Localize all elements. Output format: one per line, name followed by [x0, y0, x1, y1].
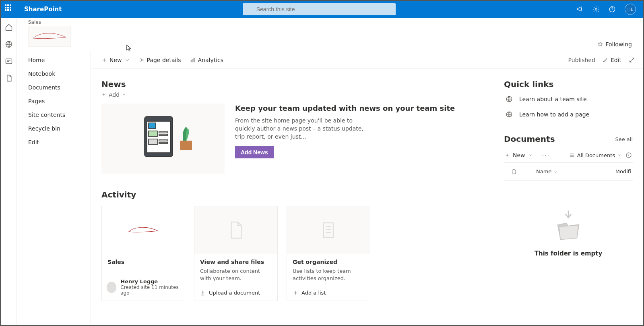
main-area: New Page details Analytics Published [91, 51, 643, 325]
file-icon [511, 169, 517, 174]
expand-icon[interactable] [629, 57, 635, 63]
search-input[interactable] [243, 3, 396, 15]
svg-rect-23 [159, 140, 168, 141]
analytics-label: Analytics [198, 57, 224, 63]
upload-icon [200, 290, 206, 296]
breadcrumb[interactable]: Sales [28, 19, 643, 25]
chevron-down-icon [617, 153, 621, 157]
globe-icon [506, 96, 513, 103]
brand-label[interactable]: SharePoint [24, 6, 62, 13]
quicklink-learn-add-page[interactable]: Learn how to add a page [504, 109, 633, 120]
megaphone-icon[interactable] [576, 6, 584, 13]
col-name[interactable]: Name [536, 168, 557, 174]
svg-rect-12 [192, 59, 193, 62]
nav-edit[interactable]: Edit [28, 139, 91, 145]
help-icon[interactable] [609, 6, 616, 13]
nav-recycle-bin[interactable]: Recycle bin [28, 125, 91, 132]
site-nav: Home Notebook Documents Pages Site conte… [17, 51, 91, 325]
app-launcher-icon[interactable] [5, 4, 14, 14]
svg-rect-22 [149, 139, 157, 145]
activity-card-view-share[interactable]: View and share files Collaborate on cont… [194, 206, 278, 301]
svg-rect-26 [324, 223, 333, 237]
documents-heading: Documents [504, 134, 555, 144]
svg-rect-19 [149, 131, 157, 137]
svg-rect-21 [159, 134, 168, 135]
svg-point-10 [141, 59, 142, 61]
activity-card-sales[interactable]: Sales Henry Legge Created site 11 minute… [101, 206, 185, 301]
svg-rect-11 [191, 60, 192, 62]
card-title: Sales [107, 259, 179, 265]
quick-links-heading: Quick links [504, 79, 633, 89]
upload-document-link[interactable]: Upload a document [194, 286, 277, 301]
add-news-button[interactable]: Add News [235, 146, 274, 158]
user-avatar-icon [107, 282, 116, 293]
command-bar: New Page details Analytics Published [91, 51, 643, 69]
col-name-label: Name [536, 168, 551, 174]
file-icon[interactable] [5, 74, 13, 82]
following-label[interactable]: Following [605, 41, 632, 48]
docs-column-headers: Name Modifi [504, 163, 633, 181]
search-wrap [62, 3, 576, 15]
docs-new-label: New [513, 152, 525, 158]
user-avatar[interactable]: HL [625, 4, 636, 15]
card-user-name: Henry Legge [120, 278, 180, 284]
nav-notebook[interactable]: Notebook [28, 71, 91, 77]
card-desc: Use lists to keep team activities organi… [293, 268, 364, 282]
published-label: Published [568, 57, 595, 63]
card-preview [102, 206, 185, 254]
nav-documents[interactable]: Documents [28, 84, 91, 91]
quicklink-label: Learn about a team site [519, 96, 587, 102]
page-details-button[interactable]: Page details [139, 57, 181, 63]
card-title: Get organized [293, 259, 364, 265]
analytics-button[interactable]: Analytics [190, 57, 224, 63]
docs-view-label: All Documents [577, 152, 615, 158]
nav-pages[interactable]: Pages [28, 98, 91, 104]
home-icon[interactable] [5, 23, 13, 31]
info-icon[interactable] [625, 152, 632, 158]
svg-point-2 [595, 8, 597, 10]
news-title: Keep your team updated with news on your… [235, 104, 455, 113]
activity-card-get-organized[interactable]: Get organized Use lists to keep team act… [287, 206, 370, 301]
nav-home[interactable]: Home [28, 57, 91, 63]
news-add-button[interactable]: Add [101, 91, 476, 98]
empty-folder-text: This folder is empty [535, 250, 603, 257]
svg-rect-24 [159, 142, 168, 143]
card-action-label: Upload a document [209, 290, 260, 296]
plus-icon [293, 290, 298, 296]
chevron-down-icon [122, 93, 126, 97]
star-icon [597, 42, 603, 47]
gear-icon [139, 57, 144, 63]
quicklink-learn-team-site[interactable]: Learn about a team site [504, 94, 633, 104]
card-title: View and share files [200, 259, 272, 265]
news-placeholder-image [101, 104, 225, 174]
add-list-link[interactable]: Add a list [287, 286, 370, 301]
docs-more-button[interactable]: ··· [542, 152, 550, 158]
docs-view-switcher[interactable]: All Documents [569, 152, 621, 158]
app-rail [1, 18, 17, 325]
empty-folder-state: This folder is empty [504, 181, 633, 265]
settings-icon[interactable] [592, 6, 600, 13]
suite-right: HL [576, 4, 639, 15]
plus-icon [101, 92, 106, 97]
col-modified[interactable]: Modifi [615, 168, 631, 174]
see-all-link[interactable]: See all [615, 136, 633, 142]
svg-point-41 [629, 154, 629, 154]
card-user-sub: Created site 11 minutes ago [120, 284, 180, 296]
card-preview [287, 206, 370, 254]
cursor-icon [126, 44, 132, 53]
edit-button[interactable]: Edit [603, 57, 621, 63]
svg-rect-5 [6, 59, 12, 64]
new-label: New [109, 57, 122, 63]
new-button[interactable]: New [101, 57, 130, 63]
news-icon[interactable] [5, 57, 13, 65]
globe-icon[interactable] [5, 40, 13, 48]
chevron-down-icon [124, 57, 130, 63]
chevron-down-icon [553, 170, 557, 174]
card-desc: Collaborate on content with your team. [200, 268, 272, 282]
docs-new-button[interactable]: New [505, 152, 533, 158]
pencil-icon [603, 57, 608, 63]
quicklink-label: Learn how to add a page [519, 111, 589, 118]
nav-site-contents[interactable]: Site contents [28, 112, 91, 118]
news-heading: News [101, 79, 476, 89]
plus-icon [505, 153, 510, 158]
